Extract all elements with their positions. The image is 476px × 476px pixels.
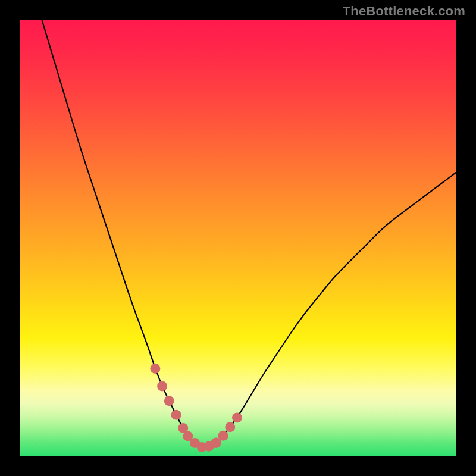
highlight-dot xyxy=(218,431,228,441)
highlight-dot xyxy=(157,381,167,391)
highlight-dot xyxy=(171,410,181,420)
chart-frame: TheBottleneck.com xyxy=(0,0,476,476)
bottleneck-curve xyxy=(20,20,456,456)
highlight-dot xyxy=(232,413,242,423)
highlight-dot xyxy=(164,396,174,406)
watermark-text: TheBottleneck.com xyxy=(343,4,465,19)
highlight-dot xyxy=(150,364,160,374)
highlight-dots xyxy=(150,364,242,452)
plot-area xyxy=(20,20,456,456)
curve-line xyxy=(42,20,456,447)
highlight-dot xyxy=(225,422,235,432)
